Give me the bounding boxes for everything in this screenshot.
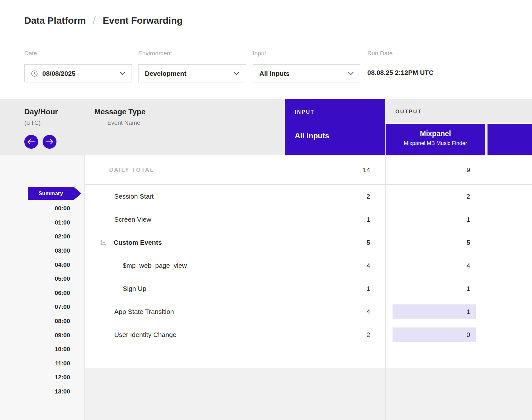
- table-row: Sign Up 1 1: [85, 277, 532, 300]
- day-hour-sidebar: Summary 00:00 01:00 02:00 03:00 04:00 05…: [0, 155, 85, 420]
- output-count-cell: 0: [385, 323, 485, 346]
- hour-label[interactable]: 00:00: [0, 201, 85, 216]
- previous-day-button[interactable]: [24, 135, 38, 149]
- breadcrumb-separator: /: [93, 14, 96, 26]
- chevron-down-icon: [120, 72, 125, 75]
- output-column-header-partial: [488, 124, 532, 155]
- chevron-down-icon: [348, 72, 354, 75]
- table-body: Summary 00:00 01:00 02:00 03:00 04:00 05…: [0, 155, 532, 420]
- event-name: App State Transition: [85, 308, 285, 315]
- event-name-text: Custom Events: [114, 239, 162, 246]
- column-divider: [385, 155, 386, 420]
- output-section-label: OUTPUT: [395, 109, 422, 115]
- chevron-down-icon: [234, 72, 239, 75]
- hour-label[interactable]: 05:00: [0, 272, 85, 286]
- table-rows: DAILY TOTAL 14 9 Session Start 2 2 Scree…: [85, 155, 532, 346]
- table-row: Custom Events 5 5: [85, 231, 532, 254]
- input-filter-label: Input: [253, 50, 360, 57]
- day-hour-header: Day/Hour (UTC): [24, 107, 58, 126]
- table-row: App State Transition 4 1: [85, 300, 532, 323]
- hour-label[interactable]: 08:00: [0, 314, 85, 328]
- output-count-cell: 1: [385, 300, 485, 323]
- input-count: 2: [285, 185, 385, 208]
- arrow-left-icon: [28, 139, 35, 144]
- table-row: Screen View 1 1: [85, 208, 532, 231]
- day-hour-subtitle: (UTC): [24, 119, 58, 126]
- hour-label[interactable]: 02:00: [0, 230, 85, 244]
- run-date-label: Run Date: [367, 50, 434, 57]
- day-hour-title: Day/Hour: [24, 107, 58, 116]
- page-title: Event Forwarding: [103, 15, 183, 26]
- event-name: Custom Events: [85, 239, 285, 246]
- event-name: Screen View: [85, 216, 285, 223]
- input-column-header: INPUT All Inputs: [285, 99, 385, 155]
- arrow-right-icon: [46, 139, 53, 144]
- environment-select[interactable]: Development: [138, 64, 246, 82]
- hour-label[interactable]: 03:00: [0, 244, 85, 258]
- column-divider: [285, 155, 285, 420]
- input-select-value: All Inputs: [259, 70, 290, 77]
- output-count: 4: [385, 254, 485, 277]
- date-filter-label: Date: [24, 50, 132, 57]
- table-header: Day/Hour (UTC) Message Type Event Name I…: [0, 99, 532, 155]
- output-column-subtitle: Mixpanel MB Music Finder: [386, 140, 485, 147]
- input-count: 4: [285, 300, 385, 323]
- run-date-value: 08.08.25 2:12PM UTC: [367, 69, 434, 76]
- output-column-header-mixpanel: Mixpanel Mixpanel MB Music Finder: [386, 124, 485, 155]
- hour-label[interactable]: 13:00: [0, 385, 85, 399]
- breadcrumb: Data Platform / Event Forwarding: [24, 14, 183, 27]
- day-navigation: [24, 135, 56, 149]
- input-count: 5: [285, 231, 385, 254]
- event-name: $mp_web_page_view: [85, 262, 285, 269]
- date-filter: Date 08/08/2025: [24, 50, 132, 82]
- output-column-name: Mixpanel: [386, 129, 485, 138]
- clock-icon: [31, 70, 38, 77]
- date-select[interactable]: 08/08/2025: [24, 64, 132, 82]
- hour-label[interactable]: 04:00: [0, 258, 85, 272]
- breadcrumb-section[interactable]: Data Platform: [24, 15, 86, 26]
- input-filter: Input All Inputs: [253, 50, 360, 82]
- message-type-header: Message Type Event Name: [94, 107, 145, 126]
- environment-select-value: Development: [145, 70, 186, 77]
- hour-label[interactable]: 12:00: [0, 370, 85, 385]
- hour-label[interactable]: 07:00: [0, 300, 85, 314]
- output-count-highlighted: 0: [393, 327, 476, 342]
- environment-filter: Environment Development: [138, 50, 246, 82]
- page-header: Data Platform / Event Forwarding: [0, 0, 532, 41]
- event-name-subtitle: Event Name: [107, 119, 145, 126]
- hour-label[interactable]: 01:00: [0, 216, 85, 230]
- collapse-icon[interactable]: [101, 240, 106, 245]
- date-select-value: 08/08/2025: [42, 70, 75, 77]
- daily-total-output-count: 9: [385, 155, 485, 184]
- input-select[interactable]: All Inputs: [253, 64, 360, 82]
- run-date: Run Date 08.08.25 2:12PM UTC: [367, 50, 434, 76]
- input-column-label: INPUT: [295, 109, 385, 115]
- input-count: 4: [285, 254, 385, 277]
- output-count: 2: [385, 185, 485, 208]
- event-name: Sign Up: [85, 285, 285, 292]
- message-type-title: Message Type: [94, 107, 145, 116]
- hour-label[interactable]: 06:00: [0, 286, 85, 300]
- hour-label[interactable]: 10:00: [0, 342, 85, 357]
- output-count-highlighted: 1: [393, 304, 476, 319]
- hour-label[interactable]: 09:00: [0, 328, 85, 342]
- hour-list: 00:00 01:00 02:00 03:00 04:00 05:00 06:0…: [0, 201, 85, 399]
- hour-label[interactable]: 11:00: [0, 357, 85, 371]
- output-count: 1: [385, 277, 485, 300]
- table-row: Session Start 2 2: [85, 185, 532, 208]
- table-row: User Identity Change 2 0: [85, 323, 532, 346]
- input-column-value: All Inputs: [295, 131, 385, 140]
- environment-filter-label: Environment: [138, 50, 246, 57]
- daily-total-label: DAILY TOTAL: [85, 167, 285, 173]
- daily-total-row: DAILY TOTAL 14 9: [85, 155, 532, 185]
- input-count: 2: [285, 323, 385, 346]
- event-name: Session Start: [85, 193, 285, 200]
- output-count: 1: [385, 208, 485, 231]
- input-count: 1: [285, 208, 385, 231]
- column-divider: [486, 155, 486, 420]
- next-day-button[interactable]: [43, 135, 56, 149]
- event-name: User Identity Change: [85, 331, 285, 339]
- table-row: $mp_web_page_view 4 4: [85, 254, 532, 277]
- summary-badge[interactable]: Summary: [28, 187, 81, 200]
- daily-total-input-count: 14: [285, 155, 385, 184]
